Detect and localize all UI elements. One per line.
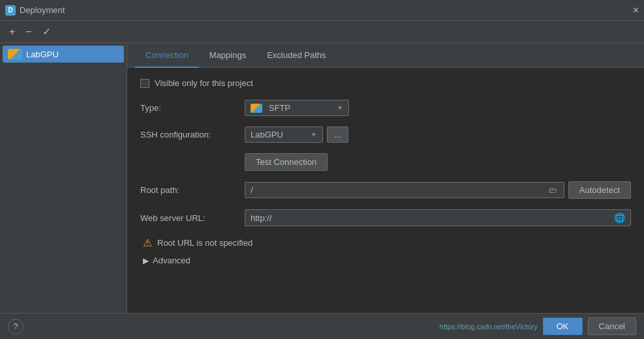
ssh-config-select[interactable]: LabGPU ▼ [245,126,323,143]
tabs-bar: Connection Mappings Excluded Paths [127,43,644,68]
root-path-controls: / 🗁 Autodetect [245,181,631,199]
bottom-bar: ? https://blog.csdn.net/theVictory OK Ca… [0,313,644,339]
folder-browse-button[interactable]: 🗁 [547,185,559,195]
autodetect-button[interactable]: Autodetect [568,181,631,199]
test-connection-button[interactable]: Test Connection [245,153,328,171]
warning-icon: ⚠ [143,237,152,249]
tab-mappings[interactable]: Mappings [199,44,256,68]
sidebar-item-label: LabGPU [26,50,59,59]
type-select[interactable]: SFTP ▼ [245,100,349,116]
tab-excluded-paths[interactable]: Excluded Paths [256,44,336,68]
web-server-label: Web server URL: [140,213,245,223]
advanced-label: Advanced [153,256,191,265]
globe-icon: 🌐 [614,213,625,223]
web-server-controls: http:// 🌐 [245,209,631,226]
advanced-row[interactable]: ▶ Advanced [140,256,631,265]
close-button[interactable]: × [633,5,639,16]
ssh-config-value: LabGPU [251,130,283,140]
form-area: Visible only for this project Type: SFTP… [127,68,644,313]
type-row: Type: SFTP ▼ [140,100,631,116]
content-area: Connection Mappings Excluded Paths Visib… [127,43,644,313]
titlebar: D Deployment × [0,0,644,21]
status-url: https://blog.csdn.net/theVictory [440,323,538,331]
test-connection-row: Test Connection [140,153,631,171]
sidebar-item-labgpu[interactable]: LabGPU [3,46,124,63]
root-path-label: Root path: [140,185,245,195]
type-label: Type: [140,103,245,113]
sidebar: LabGPU [0,43,127,313]
tab-connection[interactable]: Connection [135,44,199,68]
app-icon: D [5,5,16,16]
bottom-right: https://blog.csdn.net/theVictory OK Canc… [440,317,636,335]
visible-only-checkbox[interactable] [140,79,149,88]
titlebar-left: D Deployment [5,5,65,16]
confirm-button[interactable]: ✓ [38,24,55,39]
ssh-config-ellipsis-button[interactable]: ... [327,126,348,143]
web-server-value: http:// [251,213,272,223]
add-button[interactable]: + [5,25,19,39]
warning-row: ⚠ Root URL is not specified [140,237,631,249]
ssh-config-row: SSH configuration: LabGPU ▼ ... [140,126,631,143]
cancel-button[interactable]: Cancel [588,317,636,335]
visible-only-label: Visible only for this project [155,78,253,88]
type-dropdown-arrow: ▼ [337,104,343,111]
root-path-value: / [251,185,253,195]
chevron-right-icon: ▶ [143,256,149,265]
toolbar: + − ✓ [0,21,644,43]
help-button[interactable]: ? [8,319,23,334]
titlebar-title: Deployment [20,5,65,15]
ok-button[interactable]: OK [543,317,583,335]
sftp-icon [8,49,22,59]
warning-text: Root URL is not specified [157,238,253,248]
web-server-row: Web server URL: http:// 🌐 [140,209,631,226]
type-value: SFTP [269,103,290,113]
main-layout: LabGPU Connection Mappings Excluded Path… [0,43,644,313]
ssh-config-label: SSH configuration: [140,130,245,140]
ssh-dropdown-arrow: ▼ [311,131,317,138]
root-path-input-wrap[interactable]: / 🗁 [245,182,564,198]
remove-button[interactable]: − [22,25,35,39]
visible-only-row: Visible only for this project [140,78,631,88]
ssh-config-controls: LabGPU ▼ ... [245,126,631,143]
sftp-tag-icon [251,104,262,113]
root-path-row: Root path: / 🗁 Autodetect [140,181,631,199]
type-controls: SFTP ▼ [245,100,631,116]
web-server-input-wrap[interactable]: http:// 🌐 [245,209,631,226]
